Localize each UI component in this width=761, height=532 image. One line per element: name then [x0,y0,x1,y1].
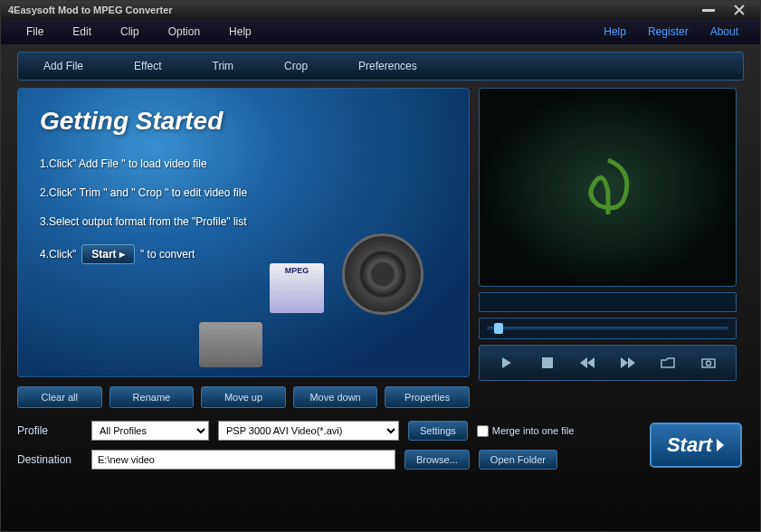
getting-started-panel: Getting Started 1.Click" Add File " to l… [17,88,470,377]
destination-label: Destination [17,453,82,466]
link-register[interactable]: Register [637,22,699,42]
profile-select[interactable]: All Profiles [91,421,209,441]
rename-button[interactable]: Rename [109,386,195,408]
step4-prefix: 4.Click" [40,248,76,261]
clear-all-button[interactable]: Clear all [17,386,102,408]
profile-label: Profile [17,424,82,437]
minimize-button[interactable] [695,4,722,16]
play-button[interactable] [494,350,519,375]
toolbar-add-file[interactable]: Add File [18,54,109,78]
close-button[interactable] [726,4,753,16]
getting-started-title: Getting Started [40,107,447,136]
seek-slider[interactable] [479,318,737,339]
move-up-button[interactable]: Move up [201,386,286,408]
step4-suffix: " to convert [140,248,195,261]
inline-start-button: Start ▸ [81,244,135,264]
film-reel-icon [315,206,451,369]
toolbar-effect[interactable]: Effect [109,54,186,78]
logo-icon [572,151,644,223]
open-button[interactable] [655,350,680,375]
format-select[interactable]: PSP 3000 AVI Video(*.avi) [218,421,399,441]
video-preview [479,88,737,287]
merge-label: Merge into one file [492,425,575,436]
snapshot-button[interactable] [696,350,721,375]
destination-input[interactable] [91,450,395,470]
next-button[interactable] [615,350,641,375]
step-4: 4.Click" Start ▸ " to convert [40,244,195,264]
main-toolbar: Add File Effect Trim Crop Preferences [17,52,744,81]
properties-button[interactable]: Properties [385,386,470,408]
window-title: 4Easysoft Mod to MPEG Converter [8,5,173,15]
svg-rect-1 [542,357,553,368]
menu-edit[interactable]: Edit [58,22,106,42]
toolbar-trim[interactable]: Trim [187,54,260,78]
link-help[interactable]: Help [593,22,637,42]
progress-bar [479,292,737,312]
svg-rect-0 [702,9,715,12]
toolbar-preferences[interactable]: Preferences [333,54,442,78]
link-about[interactable]: About [699,22,749,42]
player-controls [479,345,737,381]
menu-file[interactable]: File [12,22,58,42]
svg-point-3 [706,361,710,366]
browse-button[interactable]: Browse... [404,450,470,470]
toolbar-crop[interactable]: Crop [259,54,333,78]
move-down-button[interactable]: Move down [293,386,378,408]
menu-option[interactable]: Option [154,22,214,42]
start-button[interactable]: Start [650,423,742,468]
camera-icon [199,322,262,367]
settings-button[interactable]: Settings [408,421,468,441]
menu-clip[interactable]: Clip [106,22,154,42]
merge-checkbox-input[interactable] [477,425,489,437]
start-button-label: Start [667,433,712,457]
stop-button[interactable] [535,350,560,375]
merge-checkbox[interactable]: Merge into one file [477,425,575,437]
step-2: 2.Click" Trim " and " Crop " to edit vid… [40,186,447,199]
open-folder-button[interactable]: Open Folder [479,450,557,470]
menu-help[interactable]: Help [214,22,266,42]
step-1: 1.Click" Add File " to load video file [40,157,447,170]
prev-button[interactable] [575,350,600,375]
